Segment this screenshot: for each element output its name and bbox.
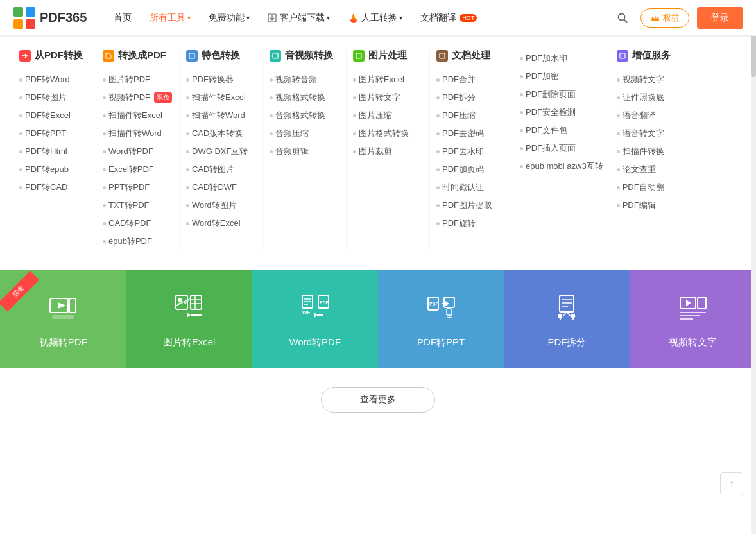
- limit-badge: 限免: [0, 271, 39, 312]
- menu-column-value: 增值服务视频转文字证件照换底语音翻译语音转文字扫描件转换论文查重PDF自动翻PD…: [610, 49, 694, 250]
- list-item[interactable]: PDF转Html: [19, 142, 89, 160]
- list-item[interactable]: 扫描件转Word: [186, 107, 256, 125]
- list-item[interactable]: PDF删除页面: [520, 85, 603, 103]
- list-item[interactable]: 图片转文字: [353, 89, 423, 107]
- list-item[interactable]: PDF转Excel: [19, 107, 89, 125]
- list-item[interactable]: TXT转PDF: [103, 196, 173, 214]
- nav-translate[interactable]: 文档翻译 HOT: [413, 8, 485, 28]
- list-item[interactable]: PDF旋转: [436, 214, 506, 232]
- list-item[interactable]: 语音翻译: [617, 107, 687, 125]
- banner-item-3[interactable]: PDFPDF转PPT: [378, 270, 504, 368]
- nav-tools[interactable]: 所有工具 ▾: [142, 8, 198, 28]
- col-header-value: 增值服务: [617, 49, 687, 62]
- list-item[interactable]: 图片裁剪: [353, 142, 423, 160]
- col-header-to-pdf: 转换成PDF: [103, 49, 173, 62]
- list-item[interactable]: 视频格式转换: [270, 89, 339, 107]
- list-item[interactable]: 论文查重: [617, 160, 687, 178]
- list-item[interactable]: 图片格式转换: [353, 125, 423, 142]
- list-item[interactable]: epub转PDF: [103, 232, 173, 250]
- svg-text:PDF: PDF: [320, 300, 329, 305]
- banner-section: 限免 视频转PDF图片转ExcelWFPDFWord转PDFPDFPDF转PPT…: [0, 270, 756, 368]
- list-item[interactable]: 图片转PDF: [103, 71, 173, 89]
- list-item[interactable]: PDF加页码: [436, 160, 506, 178]
- list-item[interactable]: Word转图片: [186, 196, 256, 214]
- dropdown-menu: 从PDF转换PDF转WordPDF转图片PDF转ExcelPDF转PPTPDF转…: [0, 36, 756, 270]
- list-item[interactable]: PDF文件包: [520, 121, 603, 139]
- list-item[interactable]: 图片压缩: [353, 107, 423, 125]
- col-icon-value: [617, 50, 628, 62]
- nav-manual[interactable]: 人工转换 ▾: [340, 8, 410, 28]
- nav-download[interactable]: 客户端下载 ▾: [260, 8, 338, 28]
- list-item[interactable]: 证件照换底: [617, 89, 687, 107]
- list-item[interactable]: PDF拆分: [436, 89, 506, 107]
- list-item[interactable]: Excel转PDF: [103, 160, 173, 178]
- chevron-down-icon: ▾: [327, 14, 330, 21]
- list-item[interactable]: PDF转Word: [19, 71, 89, 89]
- list-item[interactable]: PDF合并: [436, 71, 506, 89]
- svg-rect-14: [440, 53, 445, 58]
- list-item[interactable]: Word转Excel: [186, 214, 256, 232]
- list-item[interactable]: PDF转CAD: [19, 178, 89, 196]
- nav-home[interactable]: 首页: [106, 8, 139, 28]
- logo[interactable]: PDF365: [13, 6, 87, 30]
- header: PDF365 首页 所有工具 ▾ 免费功能 ▾ 客户端下载 ▾: [0, 0, 756, 36]
- list-item[interactable]: PDF自动翻: [617, 178, 687, 196]
- hot-badge: HOT: [460, 14, 477, 22]
- banner-item-5[interactable]: 视频转文字: [630, 270, 756, 368]
- list-item[interactable]: epub mobi azw3互转: [520, 157, 603, 175]
- svg-rect-19: [52, 315, 74, 319]
- list-item[interactable]: PDF编辑: [617, 196, 687, 214]
- list-item[interactable]: PDF插入页面: [520, 139, 603, 157]
- list-item[interactable]: PDF转图片: [19, 89, 89, 107]
- list-item[interactable]: CAD转图片: [186, 160, 256, 178]
- list-item[interactable]: DWG DXF互转: [186, 142, 256, 160]
- list-item[interactable]: PDF压缩: [436, 107, 506, 125]
- list-item[interactable]: 音频格式转换: [270, 107, 339, 125]
- search-button[interactable]: [612, 8, 633, 28]
- list-item[interactable]: 音频压缩: [270, 125, 339, 142]
- chevron-down-icon: ▾: [246, 14, 250, 21]
- list-item[interactable]: PDF转换器: [186, 71, 256, 89]
- download-icon: [268, 13, 277, 22]
- list-item[interactable]: PDF转epub: [19, 160, 89, 178]
- list-item[interactable]: PDF去密码: [436, 125, 506, 142]
- list-item[interactable]: 扫描件转换: [617, 142, 687, 160]
- list-item[interactable]: 扫描件转Excel: [103, 107, 173, 125]
- list-item[interactable]: 语音转文字: [617, 125, 687, 142]
- list-item[interactable]: PDF加水印: [520, 49, 603, 67]
- list-item[interactable]: CAD版本转换: [186, 125, 256, 142]
- vip-button[interactable]: 权益: [640, 8, 689, 28]
- list-item[interactable]: PPT转PDF: [103, 178, 173, 196]
- banner-label: PDF拆分: [547, 336, 586, 349]
- list-item[interactable]: 视频转PDF限免: [103, 89, 173, 107]
- list-item[interactable]: CAD转DWF: [186, 178, 256, 196]
- svg-rect-0: [13, 7, 23, 17]
- list-item[interactable]: 图片转Excel: [353, 71, 423, 89]
- chevron-down-icon: ▾: [187, 14, 191, 21]
- col-icon-av: [270, 50, 281, 62]
- list-item[interactable]: PDF转PPT: [19, 125, 89, 142]
- list-item[interactable]: 音频剪辑: [270, 142, 339, 160]
- list-item[interactable]: 视频转音频: [270, 71, 339, 89]
- nav-free[interactable]: 免费功能 ▾: [201, 8, 257, 28]
- list-item[interactable]: 视频转文字: [617, 71, 687, 89]
- col-header-label-av: 音视频转换: [285, 49, 333, 62]
- list-item[interactable]: PDF图片提取: [436, 196, 506, 214]
- banner-item-1[interactable]: 图片转Excel: [126, 270, 252, 368]
- list-item[interactable]: PDF去水印: [436, 142, 506, 160]
- list-item[interactable]: 扫描件转Word: [103, 125, 173, 142]
- list-item[interactable]: Word转PDF: [103, 142, 173, 160]
- banner-item-2[interactable]: WFPDFWord转PDF: [252, 270, 378, 368]
- col-icon-from-pdf: [19, 50, 31, 62]
- view-more-button[interactable]: 查看更多: [321, 387, 435, 413]
- list-item[interactable]: 扫描件转Excel: [186, 89, 256, 107]
- banner-item-4[interactable]: PDF拆分: [504, 270, 630, 368]
- list-item[interactable]: CAD转PDF: [103, 214, 173, 232]
- list-item[interactable]: PDF安全检测: [520, 103, 603, 121]
- list-item[interactable]: PDF加密: [520, 67, 603, 85]
- menu-column-from-pdf: 从PDF转换PDF转WordPDF转图片PDF转ExcelPDF转PPTPDF转…: [13, 49, 96, 250]
- list-item[interactable]: 时间戳认证: [436, 178, 506, 196]
- scrollbar-track[interactable]: [751, 0, 756, 426]
- col-icon-doc: [436, 50, 448, 62]
- login-button[interactable]: 登录: [697, 7, 743, 29]
